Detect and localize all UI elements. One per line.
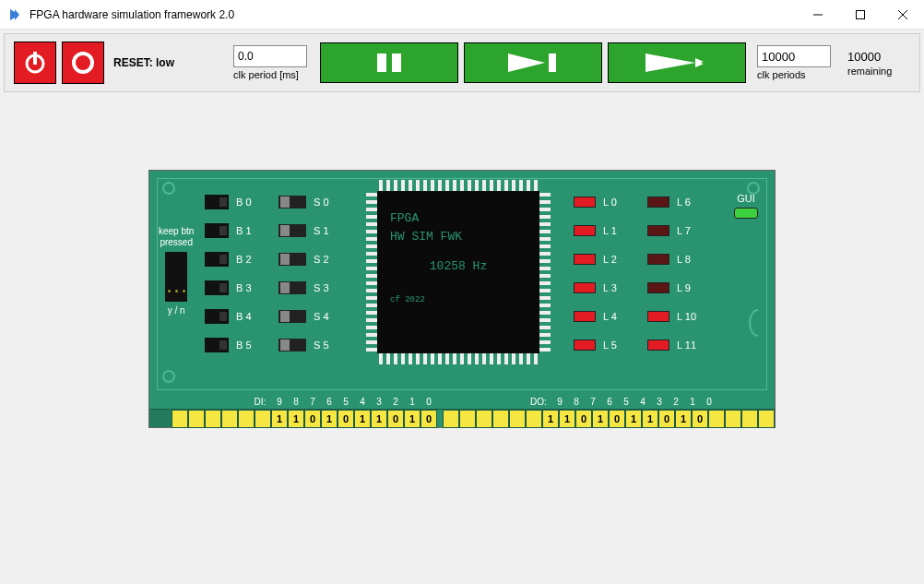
- io-cell-blank: [741, 410, 758, 428]
- led-l9: [647, 282, 669, 293]
- led-label: L 9: [677, 282, 691, 293]
- hw-button-b0[interactable]: [205, 195, 229, 209]
- io-cell-blank: [188, 410, 205, 428]
- gui-led[interactable]: [734, 208, 758, 219]
- di-cell-9[interactable]: 1: [271, 410, 288, 428]
- led-l11: [647, 340, 669, 351]
- hw-switch-s5[interactable]: [278, 339, 306, 352]
- run-icon: [640, 49, 714, 77]
- toolbar: RESET: low clk period [ms] clk periods 1…: [4, 33, 920, 92]
- di-cell-4[interactable]: 1: [354, 410, 371, 428]
- led-label: L 7: [677, 225, 691, 236]
- app-icon: [7, 7, 22, 22]
- led-l1: [574, 225, 596, 236]
- di-cell-7[interactable]: 0: [304, 410, 321, 428]
- do-cell-3: 1: [642, 410, 658, 428]
- hw-button-b3[interactable]: [205, 280, 229, 295]
- chip-year: cf 2022: [390, 291, 527, 309]
- reset-icon: [69, 49, 97, 77]
- chip-name-line2: HW SIM FWK: [390, 228, 527, 246]
- do-cell-7: 0: [575, 410, 592, 428]
- hw-button-label: B 1: [236, 225, 252, 236]
- do-cell-1: 1: [675, 410, 692, 428]
- power-button[interactable]: [14, 42, 56, 84]
- keep-btn-toggle[interactable]: [165, 252, 187, 302]
- fpga-chip: FPGA HW SIM FWK 10258 Hz cf 2022: [366, 180, 551, 364]
- di-cell-5[interactable]: 0: [338, 410, 354, 428]
- hw-switch-label: S 1: [314, 225, 329, 236]
- do-cell-6: 1: [592, 410, 609, 428]
- io-cell-blank: [172, 410, 188, 428]
- io-cell-blank: [221, 410, 238, 428]
- led-l4: [574, 311, 596, 322]
- hw-button-b1[interactable]: [205, 223, 229, 238]
- hw-switch-label: S 0: [314, 197, 329, 208]
- hw-switch-label: S 2: [314, 254, 329, 265]
- hw-switch-s1[interactable]: [278, 224, 306, 237]
- io-cell-blank: [205, 410, 221, 428]
- di-cell-8[interactable]: 1: [288, 410, 304, 428]
- pcb-board: keep btnpressed y / n B 0B 1B 2B 3B 4B 5…: [148, 170, 776, 428]
- led-l10: [647, 311, 669, 322]
- close-button[interactable]: [882, 0, 924, 30]
- led-label: L 11: [677, 340, 696, 351]
- led-label: L 0: [603, 197, 617, 208]
- clk-periods-input[interactable]: [757, 45, 831, 67]
- led-l6: [647, 197, 669, 208]
- di-cell-2[interactable]: 0: [387, 410, 404, 428]
- hw-button-label: B 2: [236, 254, 252, 265]
- do-cell-5: 0: [609, 410, 625, 428]
- run-button[interactable]: [608, 42, 746, 83]
- hw-switch-label: S 5: [314, 340, 329, 351]
- hw-switch-s3[interactable]: [278, 281, 306, 294]
- io-cell-blank: [459, 410, 476, 428]
- hw-button-label: B 3: [236, 282, 252, 293]
- window-titlebar: FPGA hardware simulation framework 2.0: [0, 0, 924, 30]
- svg-rect-8: [392, 54, 401, 72]
- keep-btn-label: keep btnpressed: [159, 226, 194, 248]
- di-cell-3[interactable]: 1: [371, 410, 387, 428]
- led-label: L 8: [677, 254, 691, 265]
- di-cell-0[interactable]: 0: [421, 410, 437, 428]
- led-l0: [574, 197, 596, 208]
- do-cell-9: 1: [542, 410, 559, 428]
- step-button[interactable]: [464, 42, 602, 83]
- gui-label: GUI: [734, 193, 758, 204]
- led-l8: [647, 254, 669, 265]
- io-cell-blank: [725, 410, 741, 428]
- clk-period-input[interactable]: [233, 45, 307, 67]
- screw-hole-icon: [162, 182, 175, 195]
- hw-button-b4[interactable]: [205, 309, 229, 324]
- hw-button-b2[interactable]: [205, 252, 229, 267]
- hw-switch-s4[interactable]: [278, 310, 306, 323]
- yn-label: y / n: [159, 305, 194, 316]
- io-cell-blank: [476, 410, 492, 428]
- maximize-button[interactable]: [839, 0, 882, 30]
- minimize-button[interactable]: [797, 0, 839, 30]
- power-icon: [21, 49, 49, 77]
- led-l7: [647, 225, 669, 236]
- remaining-label: remaining: [847, 66, 892, 77]
- svg-rect-7: [377, 54, 386, 72]
- chip-frequency: 10258 Hz: [390, 257, 527, 276]
- di-cell-1[interactable]: 1: [404, 410, 421, 428]
- reset-button[interactable]: [62, 42, 104, 84]
- remaining-value: 10000: [847, 50, 881, 64]
- led-label: L 5: [603, 340, 617, 351]
- clk-periods-label: clk periods: [757, 69, 806, 80]
- hw-switch-s0[interactable]: [278, 196, 306, 209]
- led-label: L 1: [603, 225, 617, 236]
- hw-switch-s2[interactable]: [278, 253, 306, 266]
- do-cell-8: 1: [559, 410, 575, 428]
- reset-state-label: RESET: low: [113, 56, 174, 69]
- di-cell-6[interactable]: 1: [321, 410, 338, 428]
- screw-hole-icon: [162, 370, 175, 383]
- hw-button-b5[interactable]: [205, 338, 229, 352]
- io-cell-blank: [708, 410, 725, 428]
- hw-switch-label: S 4: [314, 311, 329, 322]
- io-cell-blank: [526, 410, 542, 428]
- svg-point-6: [74, 54, 92, 72]
- do-cell-4: 1: [625, 410, 642, 428]
- do-cell-2: 0: [658, 410, 675, 428]
- pause-button[interactable]: [320, 42, 458, 83]
